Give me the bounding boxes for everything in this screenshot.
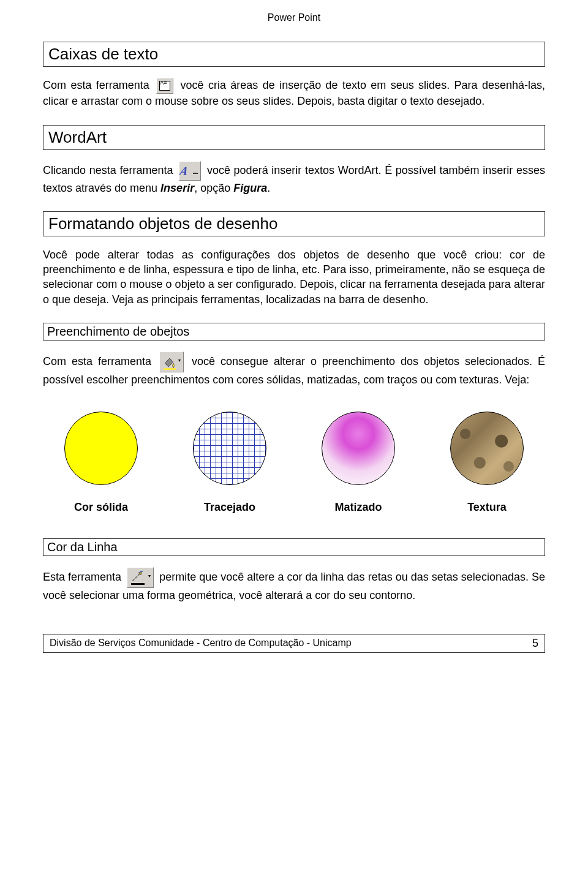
footer: Divisão de Serviços Comunidade - Centro … xyxy=(43,634,545,653)
circle-gradient-icon xyxy=(322,412,395,485)
sample-solid: Cor sólida xyxy=(49,412,153,514)
wordart-icon: A xyxy=(179,161,201,181)
para-preenchimento: Com esta ferramenta você consegue altera… xyxy=(43,352,545,387)
menu-inserir: Inserir xyxy=(160,182,194,194)
sample-grad: Matizado xyxy=(306,412,410,514)
footer-text: Divisão de Serviços Comunidade - Centro … xyxy=(50,638,352,649)
heading-formatando: Formatando objetos de desenho xyxy=(43,211,545,236)
para-corlinha: Esta ferramenta permite que você altere … xyxy=(43,567,545,603)
sample-hatch: Tracejado xyxy=(178,412,282,514)
heading-caixas: Caixas de texto xyxy=(43,42,545,67)
heading-preenchimento: Preenchimento de obejtos xyxy=(43,323,545,341)
opt-figura: Figura xyxy=(233,182,267,194)
para-caixas: Com esta ferramenta você cria áreas de i… xyxy=(43,78,545,109)
para-wordart: Clicando nesta ferramenta A você poderá … xyxy=(43,161,545,195)
textbox-icon xyxy=(156,78,173,94)
heading-corlinha: Cor da Linha xyxy=(43,538,545,556)
fill-samples-row: Cor sólida Tracejado Matizado Textura xyxy=(43,412,545,514)
fill-color-icon xyxy=(159,352,184,372)
doc-header: Power Point xyxy=(43,12,545,23)
circle-solid-icon xyxy=(64,412,138,485)
svg-rect-2 xyxy=(193,173,198,174)
para-formatando: Você pode alterar todas as configurações… xyxy=(43,247,545,307)
circle-hatch-icon xyxy=(193,412,266,485)
line-color-icon xyxy=(127,567,154,588)
svg-rect-7 xyxy=(131,583,145,585)
svg-rect-4 xyxy=(164,368,176,370)
heading-wordart: WordArt xyxy=(43,125,545,150)
doc-title: Power Point xyxy=(268,12,320,23)
page-number: 5 xyxy=(532,637,538,650)
circle-texture-icon xyxy=(450,412,524,485)
sample-tex: Textura xyxy=(435,412,539,514)
